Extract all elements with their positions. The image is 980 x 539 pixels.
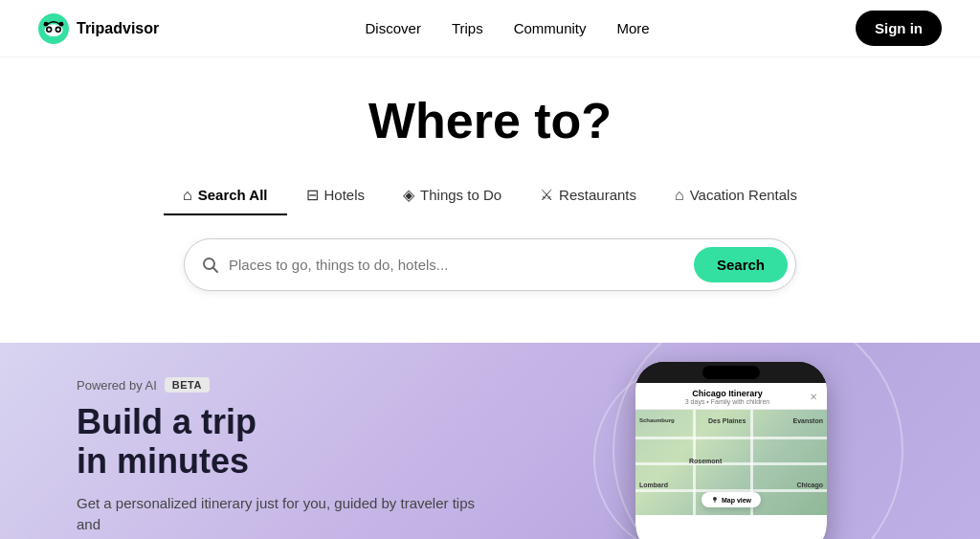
nav-item-trips[interactable]: Trips	[452, 20, 483, 36]
map-view-label: Map view	[722, 497, 751, 504]
header: Tripadvisor Discover Trips Community Mor…	[0, 0, 980, 57]
svg-point-5	[56, 28, 59, 31]
search-button[interactable]: Search	[694, 247, 788, 282]
search-container: Search	[0, 238, 980, 291]
banner-text-content: Powered by AI BETA Build a trip in minut…	[77, 377, 479, 536]
svg-line-9	[213, 267, 218, 272]
logo-text: Tripadvisor	[77, 20, 159, 37]
phone-mockup: Chicago Itinerary 3 days • Family with c…	[635, 362, 846, 539]
map-label-desplaines: Des Plaines	[708, 417, 746, 424]
nav-item-community[interactable]: Community	[514, 20, 587, 36]
phone-notch	[635, 362, 827, 383]
hero-title: Where to?	[0, 92, 980, 149]
map-label-lombard: Lombard	[639, 482, 668, 488]
ai-banner: Powered by AI BETA Build a trip in minut…	[0, 343, 980, 539]
tab-things-to-do[interactable]: ◈ Things to Do	[384, 176, 521, 215]
powered-by-text: Powered by AI	[77, 378, 157, 393]
nav-item-more[interactable]: More	[617, 20, 650, 36]
phone-itinerary-title: Chicago Itinerary	[645, 389, 810, 398]
restaurants-icon: ⚔	[540, 186, 553, 204]
map-label-chicago: Chicago	[796, 482, 823, 488]
tab-restaurants-label: Restaurants	[559, 187, 636, 203]
sign-in-button[interactable]: Sign in	[856, 11, 942, 46]
beta-badge: BETA	[165, 377, 210, 393]
category-tabs: ⌂ Search All ⊟ Hotels ◈ Things to Do ⚔ R…	[0, 176, 980, 215]
svg-point-7	[59, 21, 64, 26]
hero-section: Where to? ⌂ Search All ⊟ Hotels ◈ Things…	[0, 57, 980, 314]
search-all-icon: ⌂	[183, 187, 192, 204]
map-pin-icon	[711, 496, 719, 504]
main-nav: Discover Trips Community More	[366, 20, 650, 36]
tab-vacation-rentals-label: Vacation Rentals	[690, 187, 797, 203]
svg-point-10	[713, 497, 717, 501]
phone-header-bar: Chicago Itinerary 3 days • Family with c…	[635, 383, 827, 410]
map-road-h2	[635, 462, 827, 465]
nav-item-discover[interactable]: Discover	[366, 20, 421, 36]
vacation-rentals-icon: ⌂	[675, 187, 684, 204]
hotels-icon: ⊟	[306, 186, 319, 204]
powered-by-row: Powered by AI BETA	[77, 377, 479, 393]
tab-things-to-do-label: Things to Do	[420, 187, 501, 203]
svg-point-4	[48, 28, 51, 31]
phone-itinerary-subtitle: 3 days • Family with children	[645, 398, 810, 405]
phone-map: Schaumburg Des Plaines Evanston Rosemont…	[635, 410, 827, 515]
phone-body: Chicago Itinerary 3 days • Family with c…	[635, 362, 827, 539]
tab-restaurants[interactable]: ⚔ Restaurants	[521, 176, 656, 215]
phone-screen: Chicago Itinerary 3 days • Family with c…	[635, 383, 827, 539]
banner-title: Build a trip in minutes	[77, 402, 479, 482]
tab-hotels-label: Hotels	[324, 187, 366, 203]
search-icon	[202, 257, 219, 274]
map-label-evanston: Evanston	[792, 417, 823, 424]
svg-point-6	[44, 21, 49, 26]
map-label-rosemont: Rosemont	[689, 458, 722, 464]
tab-hotels[interactable]: ⊟ Hotels	[287, 176, 385, 215]
map-road-h1	[635, 437, 827, 439]
notch-bar	[702, 366, 760, 379]
search-input[interactable]	[229, 257, 694, 273]
map-view-button[interactable]: Map view	[702, 492, 761, 507]
tab-vacation-rentals[interactable]: ⌂ Vacation Rentals	[656, 177, 816, 215]
banner-description: Get a personalized itinerary just for yo…	[77, 493, 479, 536]
tab-search-all[interactable]: ⌂ Search All	[164, 177, 286, 215]
phone-close-icon: ✕	[810, 392, 817, 402]
search-bar: Search	[184, 238, 796, 291]
tripadvisor-logo-icon	[38, 13, 69, 44]
things-to-do-icon: ◈	[403, 186, 414, 204]
tab-search-all-label: Search All	[198, 187, 268, 203]
map-label-schaumburg: Schaumburg	[639, 417, 675, 423]
logo[interactable]: Tripadvisor	[38, 13, 159, 44]
main-content: Where to? ⌂ Search All ⊟ Hotels ◈ Things…	[0, 57, 980, 539]
